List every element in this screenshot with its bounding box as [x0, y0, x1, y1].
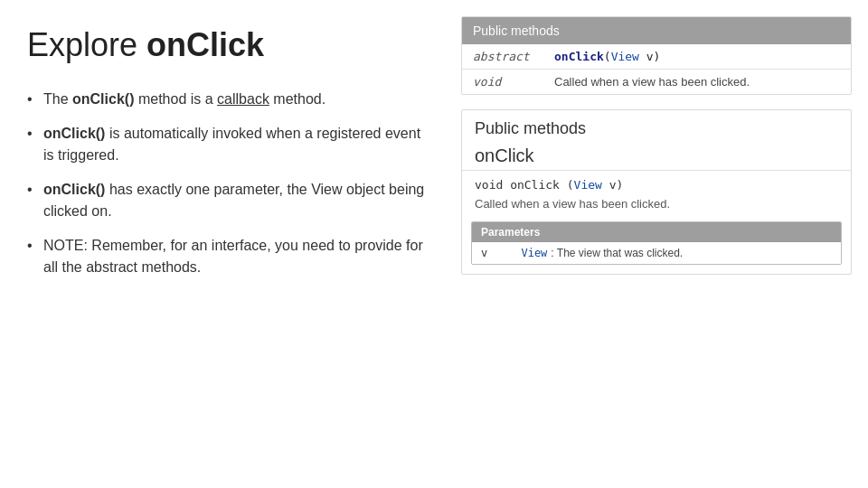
sig-prefix: void onClick (: [475, 178, 574, 192]
sig-param-type: View: [574, 178, 602, 192]
bullet-bold-3: onClick(): [43, 182, 105, 197]
detail-method-name: onClick: [462, 140, 851, 171]
detail-signature: void onClick (View v): [462, 171, 851, 193]
title-bold: onClick: [146, 26, 264, 63]
list-item: onClick() is automatically invoked when …: [27, 123, 434, 166]
api-table-header: Public methods: [462, 17, 851, 44]
bullet-text-1a: The: [43, 91, 72, 107]
page-title: Explore onClick: [27, 27, 434, 63]
bullet-bold-1: onClick(): [72, 91, 134, 107]
bullet-text-1c: method.: [269, 91, 326, 107]
table-cell-desc: Called when a view has been clicked.: [543, 70, 851, 95]
table-row: void Called when a view has been clicked…: [462, 70, 851, 95]
detail-description: Called when a view has been clicked.: [462, 193, 851, 218]
list-item: The onClick() method is a callback metho…: [27, 89, 434, 110]
bullet-list: The onClick() method is a callback metho…: [27, 89, 434, 291]
bullet-underline-1: callback: [217, 91, 269, 107]
table-cell-type-1: abstract: [462, 44, 543, 70]
list-item: NOTE: Remember, for an interface, you ne…: [27, 235, 434, 278]
param-type: View: [508, 247, 547, 259]
method-name: onClick: [554, 50, 604, 63]
left-panel: Explore onClick The onClick() method is …: [0, 0, 461, 488]
param-desc: : The view that was clicked.: [551, 247, 683, 259]
params-section: Parameters v View : The view that was cl…: [471, 221, 842, 265]
list-item: onClick() has exactly one parameter, the…: [27, 179, 434, 222]
sig-param-name: v): [602, 178, 623, 192]
table-row: abstract onClick(View v): [462, 44, 851, 70]
api-table-card: Public methods abstract onClick(View v) …: [461, 16, 852, 95]
detail-section-title: Public methods: [462, 110, 851, 140]
bullet-bold-2: onClick(): [43, 126, 105, 141]
params-header: Parameters: [472, 222, 841, 242]
param-name: v: [481, 247, 508, 259]
method-param-type: View: [611, 50, 639, 63]
right-panel: Public methods abstract onClick(View v) …: [461, 0, 868, 488]
bullet-text-4: NOTE: Remember, for an interface, you ne…: [43, 238, 423, 275]
table-cell-method: onClick(View v): [543, 44, 851, 70]
params-row: v View : The view that was clicked.: [472, 242, 841, 264]
title-prefix: Explore: [27, 26, 146, 63]
bullet-text-1b: method is a: [134, 91, 217, 107]
detail-card: Public methods onClick void onClick (Vie…: [461, 109, 852, 275]
table-cell-type-2: void: [462, 70, 543, 95]
api-table: abstract onClick(View v) void Called whe…: [462, 44, 851, 94]
